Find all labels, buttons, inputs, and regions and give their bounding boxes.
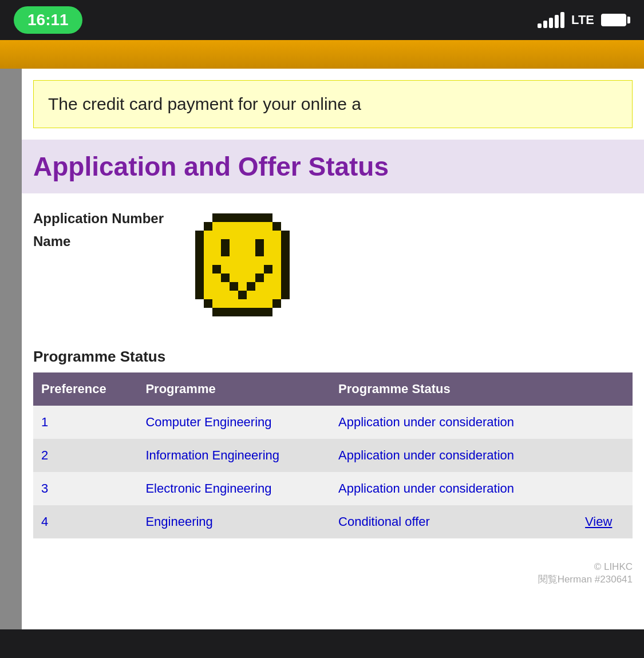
svg-rect-8 [212, 222, 221, 231]
svg-rect-83 [204, 282, 212, 291]
svg-rect-32 [238, 239, 247, 248]
svg-rect-79 [264, 273, 272, 282]
cell-link [577, 439, 633, 472]
watermark: © LIHKC 閱覧Herman #230641 [22, 556, 644, 592]
svg-rect-82 [195, 282, 204, 291]
svg-rect-22 [247, 231, 255, 239]
svg-rect-53 [230, 256, 238, 265]
svg-rect-72 [204, 273, 212, 282]
col-preference: Preference [33, 372, 137, 406]
svg-rect-16 [195, 231, 204, 239]
svg-rect-0 [212, 213, 221, 222]
page-title: Application and Offer Status [33, 151, 633, 182]
svg-rect-104 [204, 299, 212, 308]
svg-rect-14 [264, 222, 272, 231]
user-text: 閱覧Herman #230641 [33, 573, 633, 586]
svg-rect-5 [255, 213, 264, 222]
svg-rect-94 [212, 291, 221, 299]
cell-preference: 4 [33, 505, 137, 538]
cell-programme: Engineering [137, 505, 330, 538]
programme-table: Preference Programme Programme Status 1C… [33, 372, 633, 538]
svg-rect-41 [221, 248, 230, 256]
page-section: Application and Offer Status [22, 140, 644, 193]
svg-rect-15 [272, 222, 281, 231]
svg-rect-39 [204, 248, 212, 256]
svg-rect-55 [247, 256, 255, 265]
svg-rect-10 [230, 222, 238, 231]
svg-rect-75 [230, 273, 238, 282]
svg-rect-9 [221, 222, 230, 231]
copyright-text: © LIHKC [33, 561, 633, 573]
cell-link[interactable]: View [577, 505, 633, 538]
signal-icon [538, 12, 564, 28]
svg-rect-97 [238, 291, 247, 299]
table-row: 3Electronic EngineeringApplication under… [33, 472, 633, 505]
svg-rect-85 [221, 282, 230, 291]
svg-rect-67 [255, 265, 264, 273]
cell-preference: 2 [33, 439, 137, 472]
svg-rect-23 [255, 231, 264, 239]
table-row: 2Information EngineeringApplication unde… [33, 439, 633, 472]
svg-rect-34 [255, 239, 264, 248]
svg-rect-46 [264, 248, 272, 256]
svg-rect-65 [238, 265, 247, 273]
cell-status: Application under consideration [330, 439, 577, 472]
svg-rect-30 [221, 239, 230, 248]
svg-rect-112 [272, 299, 281, 308]
battery-icon [601, 14, 630, 26]
svg-rect-27 [195, 239, 204, 248]
svg-rect-74 [221, 273, 230, 282]
svg-rect-1 [221, 213, 230, 222]
svg-rect-13 [255, 222, 264, 231]
col-action [577, 372, 633, 406]
time-display: 16:11 [14, 6, 82, 34]
svg-rect-49 [195, 256, 204, 265]
svg-rect-35 [264, 239, 272, 248]
svg-rect-102 [195, 291, 204, 299]
svg-rect-42 [230, 248, 238, 256]
svg-rect-12 [247, 222, 255, 231]
svg-rect-71 [195, 273, 204, 282]
svg-rect-50 [204, 256, 212, 265]
smiley-image: .py { fill: #f5d800; } .pb { fill: #1a1a… [187, 205, 307, 327]
cell-link [577, 406, 633, 439]
svg-rect-110 [255, 299, 264, 308]
svg-rect-58 [272, 256, 281, 265]
svg-rect-100 [264, 291, 272, 299]
svg-rect-117 [247, 308, 255, 316]
svg-rect-88 [247, 282, 255, 291]
svg-rect-101 [272, 291, 281, 299]
svg-rect-76 [238, 273, 247, 282]
svg-rect-113 [212, 308, 221, 316]
svg-rect-80 [272, 273, 281, 282]
svg-rect-89 [255, 282, 264, 291]
status-bar: 16:11 LTE [0, 0, 644, 40]
application-name-label: Name [33, 233, 164, 249]
table-row: 4EngineeringConditional offerView [33, 505, 633, 538]
svg-rect-111 [264, 299, 272, 308]
view-link[interactable]: View [585, 514, 612, 529]
svg-rect-109 [247, 299, 255, 308]
col-status: Programme Status [330, 372, 577, 406]
svg-rect-62 [212, 265, 221, 273]
svg-rect-78 [255, 273, 264, 282]
status-right: LTE [538, 12, 630, 28]
svg-rect-19 [221, 231, 230, 239]
svg-rect-87 [238, 282, 247, 291]
svg-rect-105 [212, 299, 221, 308]
cell-status: Application under consideration [330, 472, 577, 505]
svg-rect-108 [238, 299, 247, 308]
svg-rect-84 [212, 282, 221, 291]
svg-rect-20 [230, 231, 238, 239]
svg-rect-59 [281, 256, 290, 265]
col-programme: Programme [137, 372, 330, 406]
svg-rect-33 [247, 239, 255, 248]
svg-rect-60 [195, 265, 204, 273]
smiley-svg: .py { fill: #f5d800; } .pb { fill: #1a1a… [187, 205, 307, 325]
svg-rect-86 [230, 282, 238, 291]
svg-rect-54 [238, 256, 247, 265]
header-bar [0, 40, 644, 69]
table-row: 1Computer EngineeringApplication under c… [33, 406, 633, 439]
svg-rect-98 [247, 291, 255, 299]
cell-link [577, 472, 633, 505]
